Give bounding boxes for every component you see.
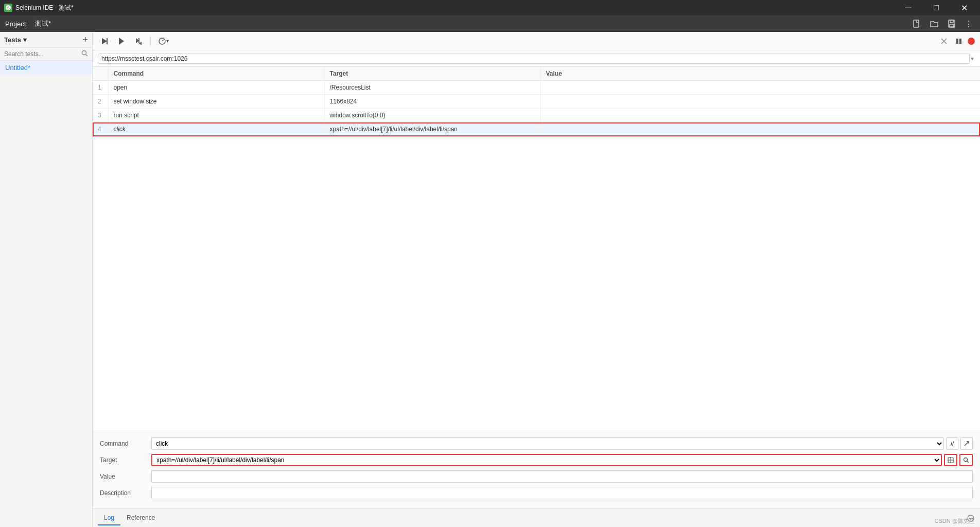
window-controls: ─ □ ✕ — [897, 0, 976, 15]
row-target: /ResourcesList — [324, 81, 540, 95]
commands-table: Command Target Value 1 open /ResourcesLi… — [93, 67, 980, 136]
command-row: Command click // — [100, 437, 973, 450]
svg-rect-19 — [956, 39, 958, 44]
discard-button[interactable] — [938, 36, 950, 46]
tab-reference[interactable]: Reference — [120, 511, 161, 525]
command-input-wrap: click // — [151, 437, 973, 450]
col-value: Value — [540, 67, 980, 81]
svg-marker-10 — [119, 38, 124, 45]
value-input-wrap — [151, 470, 973, 483]
svg-point-6 — [82, 51, 86, 55]
add-test-button[interactable]: + — [82, 35, 88, 44]
value-row: Value — [100, 470, 973, 483]
new-file-button[interactable] — [910, 18, 923, 29]
sidebar: Tests ▾ + Untitled* — [0, 32, 93, 527]
url-input[interactable] — [98, 54, 970, 64]
svg-rect-5 — [950, 24, 954, 27]
row-command: set window size — [108, 95, 324, 109]
app-icon: S — [4, 4, 12, 12]
toolbar-right — [938, 36, 975, 46]
svg-rect-2 — [914, 20, 919, 27]
table-header-row: Command Target Value — [93, 67, 980, 81]
col-target: Target — [324, 67, 540, 81]
pick-target-button[interactable] — [944, 454, 957, 466]
row-num: 4 — [93, 122, 108, 136]
search-icon — [81, 50, 88, 58]
svg-marker-8 — [102, 38, 107, 44]
svg-line-16 — [162, 40, 164, 41]
main-layout: Tests ▾ + Untitled* — [0, 32, 980, 527]
row-num: 3 — [93, 109, 108, 122]
tab-log[interactable]: Log — [98, 511, 120, 525]
row-target: 1166x824 — [324, 95, 540, 109]
tests-label: Tests — [4, 36, 21, 44]
col-command: Command — [108, 67, 324, 81]
command-label: Command — [100, 440, 151, 447]
row-command: click — [108, 122, 324, 136]
tests-dropdown[interactable]: Tests ▾ — [4, 36, 27, 44]
url-dropdown-button[interactable]: ▾ — [970, 54, 975, 63]
pause-button[interactable] — [953, 37, 965, 46]
open-button[interactable] — [927, 18, 941, 29]
project-name: 测试* — [35, 19, 51, 28]
target-row: Target xpath=//ul/div/label[7]/li/ul/lab… — [100, 454, 973, 466]
more-button[interactable]: ⋮ — [962, 18, 975, 30]
row-command: open — [108, 81, 324, 95]
sidebar-item-untitled[interactable]: Untitled* — [0, 61, 92, 75]
row-num: 2 — [93, 95, 108, 109]
maximize-button[interactable]: □ — [924, 0, 948, 15]
row-target: xpath=//ul/div/label[7]/li/ul/label/div/… — [324, 122, 540, 136]
row-target: window.scrollTo(0,0) — [324, 109, 540, 122]
toolbar: ▾ — [93, 32, 980, 50]
project-label: Project: — [5, 20, 28, 28]
svg-text:S: S — [7, 6, 10, 10]
comment-button[interactable]: // — [946, 437, 958, 450]
svg-rect-4 — [950, 20, 953, 23]
dropdown-arrow: ▾ — [23, 36, 27, 44]
play-button[interactable] — [115, 36, 128, 46]
table-row[interactable]: 4 click xpath=//ul/div/label[7]/li/ul/la… — [93, 122, 980, 136]
close-button[interactable]: ✕ — [952, 0, 976, 15]
sidebar-header: Tests ▾ + — [0, 32, 92, 48]
col-num — [93, 67, 108, 81]
commands-table-container: Command Target Value 1 open /ResourcesLi… — [93, 67, 980, 432]
search-box — [0, 48, 92, 61]
desc-row: Description — [100, 487, 973, 499]
table-row[interactable]: 1 open /ResourcesList — [93, 81, 980, 95]
row-num: 1 — [93, 81, 108, 95]
speed-button[interactable]: ▾ — [156, 36, 171, 46]
table-row[interactable]: 3 run script window.scrollTo(0,0) — [93, 109, 980, 122]
minimize-button[interactable]: ─ — [897, 0, 920, 15]
record-button[interactable] — [968, 38, 975, 45]
footer-watermark: CSDN @陈先生 — [935, 517, 975, 525]
search-input[interactable] — [4, 50, 81, 58]
target-label: Target — [100, 456, 151, 464]
search-target-button[interactable] — [959, 454, 973, 466]
value-label: Value — [100, 473, 151, 480]
save-button[interactable] — [945, 18, 958, 29]
svg-line-7 — [86, 55, 88, 57]
app-bar-right: ⋮ — [910, 18, 975, 30]
row-value — [540, 122, 980, 136]
table-row[interactable]: 2 set window size 1166x824 — [93, 95, 980, 109]
target-input-wrap: xpath=//ul/div/label[7]/li/ul/label/div/… — [151, 454, 973, 466]
properties-panel: Command click // Target xpath=//ul/div/l… — [93, 432, 980, 508]
svg-point-24 — [964, 458, 968, 462]
desc-input-wrap — [151, 487, 973, 499]
target-select[interactable]: xpath=//ul/div/label[7]/li/ul/label/div/… — [151, 454, 942, 466]
row-command: run script — [108, 109, 324, 122]
step-into-button[interactable] — [132, 36, 145, 47]
row-value — [540, 95, 980, 109]
app-bar: Project: 测试* ⋮ — [0, 15, 980, 32]
title-bar-left: S Selenium IDE - 测试* — [4, 4, 74, 12]
open-in-editor-button[interactable] — [960, 437, 973, 450]
step-over-button[interactable] — [98, 36, 111, 47]
app-bar-left: Project: 测试* — [5, 19, 51, 28]
svg-line-25 — [967, 461, 969, 463]
row-value — [540, 109, 980, 122]
desc-label: Description — [100, 489, 151, 497]
value-input[interactable] — [151, 470, 973, 483]
bottom-tabs: Log Reference — [93, 508, 980, 527]
command-select[interactable]: click — [151, 437, 944, 450]
desc-input[interactable] — [151, 487, 973, 499]
